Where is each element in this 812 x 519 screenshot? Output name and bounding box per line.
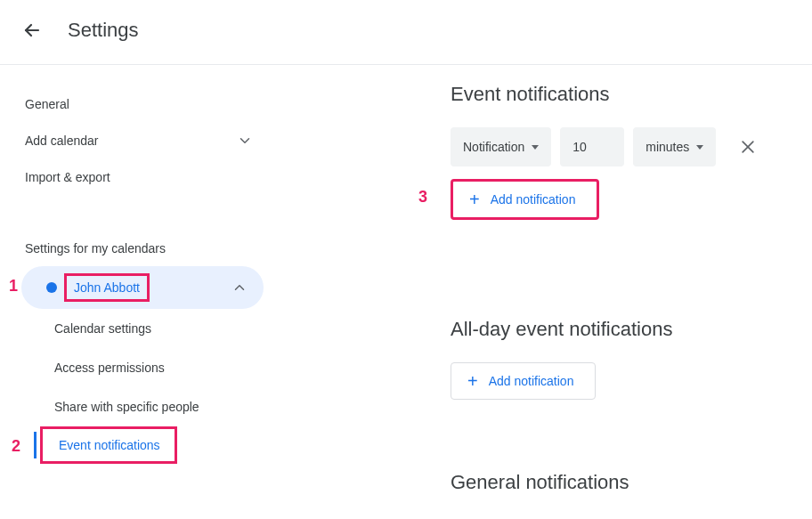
- select-value: Notification: [463, 140, 524, 154]
- close-icon: [739, 138, 757, 156]
- plus-icon: +: [469, 191, 480, 208]
- calendar-name: John Abbott: [74, 280, 140, 295]
- sub-item-label: Event notifications: [59, 438, 160, 452]
- sidebar-item-import-export[interactable]: Import & export: [0, 159, 267, 195]
- add-notification-label: Add notification: [489, 374, 574, 388]
- sub-item-label: Calendar settings: [54, 321, 151, 336]
- sidebar-calendar-item[interactable]: John Abbott: [21, 266, 264, 309]
- calendar-color-dot: [46, 282, 57, 293]
- notification-unit-select[interactable]: minutes: [633, 127, 716, 166]
- sub-item-access-permissions[interactable]: Access permissions: [35, 348, 267, 387]
- page-title: Settings: [68, 19, 139, 42]
- add-notification-label: Add notification: [491, 192, 576, 207]
- add-allday-notification-button[interactable]: + Add notification: [451, 362, 596, 400]
- add-notification-button[interactable]: + Add notification: [451, 179, 599, 220]
- active-indicator: [34, 432, 37, 458]
- callout-frame-2: Event notifications: [40, 426, 177, 464]
- callout-1: 1: [9, 277, 18, 296]
- sidebar: General Add calendar Import & export Set…: [0, 65, 267, 515]
- callout-3: 3: [418, 188, 427, 207]
- caret-down-icon: [532, 145, 539, 150]
- chevron-down-icon: [237, 133, 253, 149]
- sub-item-label: Share with specific people: [54, 400, 199, 414]
- arrow-left-icon: [21, 20, 43, 41]
- nav-label: Add calendar: [25, 134, 99, 148]
- sub-item-calendar-settings[interactable]: Calendar settings: [35, 309, 267, 348]
- section-title-allday-notifications: All-day event notifications: [451, 318, 812, 341]
- sub-item-share-with-people[interactable]: Share with specific people: [35, 387, 267, 426]
- select-value: minutes: [646, 140, 689, 154]
- sidebar-section-heading: Settings for my calendars: [0, 231, 267, 266]
- sidebar-item-general[interactable]: General: [0, 86, 267, 122]
- sub-item-label: Access permissions: [54, 361, 165, 375]
- callout-2: 2: [12, 437, 20, 456]
- chevron-up-icon: [231, 280, 248, 296]
- notification-value-input[interactable]: [560, 127, 624, 166]
- main-content: Event notifications Notification minutes…: [267, 65, 812, 515]
- notification-row: Notification minutes: [451, 127, 812, 166]
- caret-down-icon: [696, 145, 703, 150]
- sub-item-event-notifications[interactable]: 2 Event notifications: [35, 426, 267, 464]
- remove-notification-button[interactable]: [732, 131, 764, 163]
- nav-label: Import & export: [25, 170, 110, 184]
- sidebar-item-add-calendar[interactable]: Add calendar: [0, 122, 267, 159]
- notification-type-select[interactable]: Notification: [451, 127, 551, 166]
- section-title-general-notifications: General notifications: [451, 471, 812, 494]
- callout-frame-1: John Abbott: [64, 273, 150, 302]
- section-title-event-notifications: Event notifications: [451, 83, 812, 106]
- plus-icon: +: [467, 372, 478, 390]
- nav-label: General: [25, 97, 69, 111]
- back-button[interactable]: [14, 12, 50, 48]
